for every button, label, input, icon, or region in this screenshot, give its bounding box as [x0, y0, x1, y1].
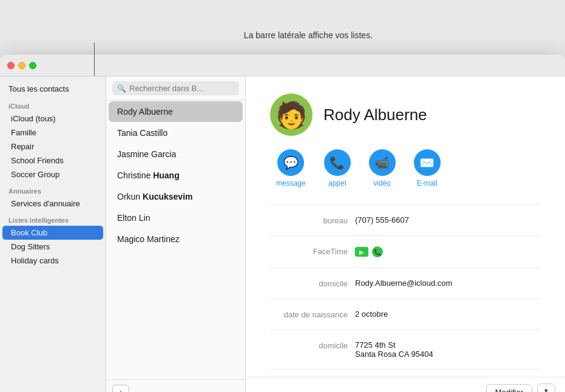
contact-item-rody[interactable]: Rody Albuerne — [109, 101, 243, 122]
contact-list: 🔍 Rody Albuerne Tania Castillo Jasmine G… — [106, 76, 246, 392]
divider-6 — [270, 369, 541, 370]
add-contact-button[interactable]: + — [112, 385, 129, 392]
share-icon: ⬆ — [543, 387, 550, 392]
field-domicile-email: domicile Rody.Albuerne@icloud.com — [270, 274, 541, 292]
main-content: Tous les contacts iCloud iCloud (tous) F… — [0, 76, 565, 392]
email-icon: ✉️ — [414, 149, 441, 176]
divider-5 — [270, 329, 541, 330]
divider-2 — [270, 235, 541, 236]
field-value-birthday: 2 octobre — [355, 309, 388, 319]
divider-4 — [270, 299, 541, 299]
field-birthday: date de naissance 2 octobre — [270, 305, 541, 323]
message-label: message — [276, 179, 306, 188]
contact-item-christine[interactable]: Christine Huang — [109, 165, 243, 186]
share-button[interactable]: ⬆ — [537, 384, 555, 392]
field-label-domicile-email: domicile — [270, 279, 355, 288]
email-label: E-mail — [417, 179, 438, 188]
app-window: Tous les contacts iCloud iCloud (tous) F… — [0, 55, 565, 392]
search-icon: 🔍 — [117, 84, 126, 93]
sidebar-item-famille[interactable]: Famille — [2, 126, 103, 140]
contact-item-jasmine[interactable]: Jasmine Garcia — [109, 144, 243, 164]
field-value-bureau: (707) 555-6607 — [355, 215, 409, 225]
sidebar-item-repair[interactable]: Repair — [2, 140, 103, 154]
modifier-button[interactable]: Modifier — [486, 384, 532, 393]
maximize-button[interactable] — [29, 62, 36, 69]
contact-item-elton[interactable]: Elton Lin — [109, 208, 243, 228]
contact-name: Rody Albuerne — [323, 106, 427, 124]
contacts-list: Rody Albuerne Tania Castillo Jasmine Gar… — [106, 101, 245, 379]
sidebar-all-contacts[interactable]: Tous les contacts — [0, 81, 106, 96]
detail-content: 🧑 Rody Albuerne 💬 message 📞 appel — [246, 76, 565, 377]
video-label: vidéo — [373, 179, 391, 188]
contact-item-orkun[interactable]: Orkun Kucuksevim — [109, 186, 243, 207]
sidebar-item-school-friends[interactable]: School Friends — [2, 154, 103, 167]
sidebar-section-icloud: iCloud — [0, 96, 106, 112]
contact-header: 🧑 Rody Albuerne — [270, 93, 541, 136]
divider-1 — [270, 204, 541, 205]
contact-item-magico[interactable]: Magico Martinez — [109, 229, 243, 249]
field-bureau: bureau (707) 555-6607 — [270, 211, 541, 229]
call-label: appel — [328, 179, 346, 188]
contact-list-footer: + — [106, 379, 245, 392]
facetime-video-icon[interactable]: ▶ — [355, 247, 368, 257]
detail-footer: Modifier ⬆ — [246, 377, 565, 392]
sidebar-item-dog-sitters[interactable]: Dog Sitters — [2, 240, 103, 254]
sidebar-item-book-club[interactable]: Book Club — [2, 226, 103, 240]
message-icon: 💬 — [277, 149, 304, 176]
facetime-icons: ▶ 📞 — [355, 246, 383, 257]
sidebar-item-holiday-cards[interactable]: Holiday cards — [2, 254, 103, 268]
field-value-domicile-email: Rody.Albuerne@icloud.com — [355, 279, 452, 288]
video-icon: 📹 — [369, 149, 396, 176]
contact-item-tania[interactable]: Tania Castillo — [109, 123, 243, 143]
search-bar: 🔍 — [106, 76, 245, 101]
sidebar-section-listes: Listes intelligentes — [0, 211, 106, 226]
field-label-birthday: date de naissance — [270, 309, 355, 319]
field-label-address: domicile — [270, 340, 355, 350]
search-input[interactable] — [129, 84, 234, 93]
field-label-bureau: bureau — [270, 215, 355, 225]
sidebar: Tous les contacts iCloud iCloud (tous) F… — [0, 76, 106, 392]
contact-avatar: 🧑 — [270, 93, 313, 136]
traffic-lights — [7, 62, 36, 69]
divider-3 — [270, 268, 541, 268]
email-action[interactable]: ✉️ E-mail — [414, 149, 441, 188]
field-facetime: FaceTime ▶ 📞 — [270, 242, 541, 262]
field-label-facetime: FaceTime — [270, 246, 355, 256]
sidebar-item-soccer-group[interactable]: Soccer Group — [2, 167, 103, 181]
search-input-wrapper[interactable]: 🔍 — [112, 81, 239, 95]
annotation-top: La barre latérale affiche vos listes. — [244, 30, 373, 40]
sidebar-item-services-annuaire[interactable]: Services d'annuaire — [2, 197, 103, 211]
title-bar — [0, 55, 565, 76]
call-action[interactable]: 📞 appel — [324, 149, 351, 188]
facetime-phone-icon[interactable]: 📞 — [372, 246, 383, 257]
message-action[interactable]: 💬 message — [276, 149, 306, 188]
sidebar-section-annuaires: Annuaires — [0, 181, 106, 197]
avatar-emoji: 🧑 — [276, 100, 307, 130]
sidebar-item-icloud-all[interactable]: iCloud (tous) — [2, 112, 103, 126]
video-action[interactable]: 📹 vidéo — [369, 149, 396, 188]
action-buttons: 💬 message 📞 appel 📹 vidéo ✉️ — [276, 149, 541, 188]
field-address: domicile 7725 4th StSanta Rosa CA 95404 — [270, 336, 541, 363]
minimize-button[interactable] — [18, 62, 25, 69]
detail-panel: 🧑 Rody Albuerne 💬 message 📞 appel — [246, 76, 565, 392]
close-button[interactable] — [7, 62, 15, 69]
annotation-line-top — [94, 42, 95, 76]
field-value-address: 7725 4th StSanta Rosa CA 95404 — [355, 340, 433, 359]
call-icon: 📞 — [324, 149, 351, 176]
